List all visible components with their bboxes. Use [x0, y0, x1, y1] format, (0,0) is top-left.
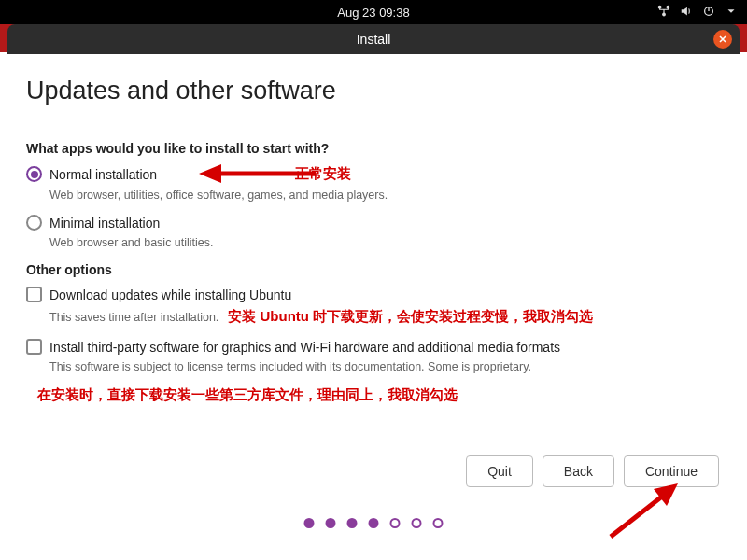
progress-dot	[304, 518, 315, 528]
network-icon[interactable]	[657, 5, 670, 21]
arrow-icon	[601, 476, 685, 541]
checkbox-download-row[interactable]: Download updates while installing Ubuntu	[26, 287, 721, 302]
checkbox-thirdparty-desc: This software is subject to license term…	[49, 360, 721, 373]
checkbox-download-desc-row: This saves time after installation. 安装 U…	[49, 308, 721, 326]
system-topbar: Aug 23 09:38	[0, 0, 747, 24]
progress-dot	[390, 518, 401, 528]
checkbox-thirdparty[interactable]	[26, 339, 42, 355]
apps-question: What apps would you like to install to s…	[26, 141, 721, 156]
radio-minimal[interactable]	[26, 215, 42, 231]
checkbox-download[interactable]	[26, 287, 42, 302]
window-titlebar: Install	[7, 24, 740, 54]
progress-dot	[433, 518, 444, 528]
page-title: Updates and other software	[26, 77, 721, 105]
progress-dot	[369, 518, 379, 528]
checkbox-download-desc: This saves time after installation.	[49, 311, 218, 324]
window-title: Install	[357, 32, 391, 47]
installer-window: Updates and other software What apps wou…	[7, 54, 740, 553]
svg-marker-5	[199, 164, 221, 183]
progress-dot	[412, 518, 422, 528]
chevron-down-icon[interactable]	[725, 5, 738, 21]
power-icon[interactable]	[702, 5, 715, 21]
other-options-heading: Other options	[26, 262, 721, 277]
radio-minimal-row[interactable]: Minimal installation	[26, 215, 721, 231]
radio-normal-row[interactable]: Normal installation 正常安装	[26, 165, 721, 183]
annotation-thirdparty: 在安装时，直接下载安装一些第三方库文件，理由同上，我取消勾选	[37, 386, 721, 404]
annotation-download: 安装 Ubuntu 时下载更新，会使安装过程变慢，我取消勾选	[228, 308, 593, 326]
close-icon	[718, 32, 727, 47]
radio-minimal-desc: Web browser and basic utilities.	[49, 236, 721, 249]
volume-icon[interactable]	[680, 5, 693, 21]
progress-dot	[347, 518, 358, 528]
radio-minimal-label: Minimal installation	[49, 216, 160, 231]
radio-normal[interactable]	[26, 166, 42, 182]
svg-line-6	[611, 493, 667, 537]
radio-normal-desc: Web browser, utilities, office software,…	[49, 189, 721, 202]
system-tray[interactable]	[657, 5, 738, 21]
progress-dot	[326, 518, 336, 528]
close-button[interactable]	[713, 30, 732, 49]
checkbox-download-label: Download updates while installing Ubuntu	[49, 287, 291, 302]
checkbox-thirdparty-row[interactable]: Install third-party software for graphic…	[26, 339, 721, 355]
topbar-time: Aug 23 09:38	[337, 6, 409, 20]
arrow-icon	[199, 162, 320, 185]
quit-button[interactable]: Quit	[466, 455, 533, 487]
radio-normal-label: Normal installation	[49, 167, 157, 182]
checkbox-thirdparty-label: Install third-party software for graphic…	[49, 340, 560, 355]
progress-dots	[304, 518, 444, 528]
